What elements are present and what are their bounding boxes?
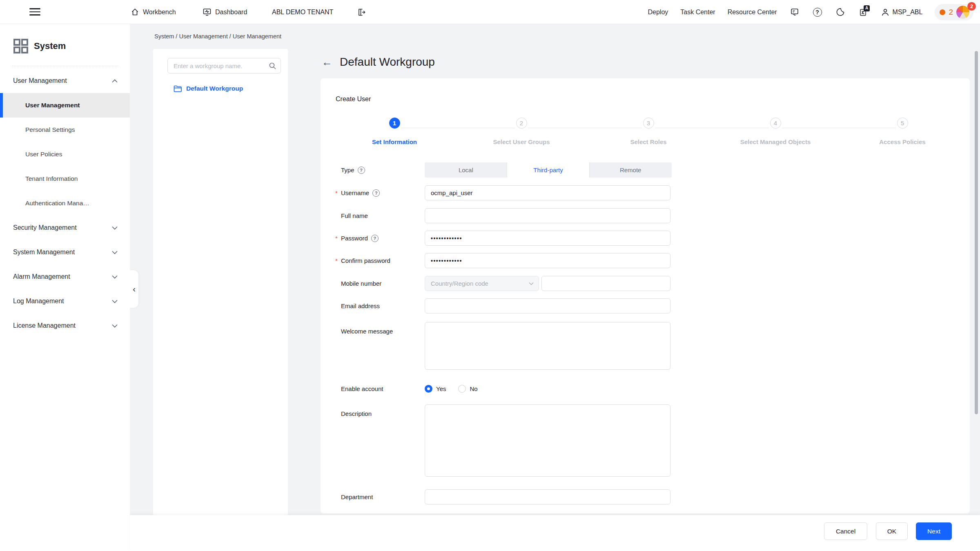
- workgroup-search-input[interactable]: [174, 62, 269, 69]
- step-5-access-policies[interactable]: 5 Access Policies: [853, 118, 951, 145]
- breadcrumb[interactable]: System / User Management / User Manageme…: [154, 33, 281, 40]
- step-number: 3: [643, 118, 654, 129]
- enable-no-label: No: [470, 385, 477, 392]
- nav-workbench[interactable]: Workbench: [131, 0, 176, 24]
- description-field[interactable]: [425, 404, 670, 477]
- translate-icon[interactable]: A: [858, 7, 869, 18]
- collapse-chevron-icon: ‹: [133, 284, 136, 294]
- step-number: 4: [770, 118, 781, 129]
- sidebar-collapse-handle[interactable]: ‹: [130, 270, 138, 308]
- enable-yes-label: Yes: [436, 385, 446, 392]
- alert-dot-icon: [940, 9, 945, 15]
- user-menu[interactable]: MSP_ABL: [881, 8, 923, 17]
- help-icon[interactable]: ?: [812, 7, 823, 18]
- radio-checked-icon: [425, 385, 432, 393]
- nav-dashboard[interactable]: Dashboard: [203, 0, 247, 24]
- required-asterisk: *: [335, 235, 338, 242]
- ok-button[interactable]: OK: [876, 522, 908, 540]
- tenant-label: ABL DEMO TENANT: [272, 9, 333, 16]
- confirm-password-field[interactable]: [425, 253, 670, 268]
- sidebar-group-label: System Management: [13, 249, 75, 256]
- sidebar-title: System: [34, 41, 66, 51]
- step-label: Set Information: [345, 138, 443, 145]
- username-label: Username: [341, 189, 369, 196]
- sidebar-group-system-management[interactable]: System Management: [0, 240, 130, 264]
- type-label-wrap: Type ?: [341, 162, 365, 178]
- welcome-message-field[interactable]: [425, 322, 670, 370]
- vertical-scrollbar[interactable]: [975, 51, 978, 414]
- step-number: 2: [516, 118, 527, 129]
- sidebar-item-authentication-management[interactable]: Authentication Mana…: [0, 191, 130, 216]
- nav-workbench-label: Workbench: [143, 9, 176, 16]
- enable-account-radio-group: Yes No: [425, 381, 478, 396]
- email-field[interactable]: [425, 298, 670, 313]
- mobile-number-field[interactable]: [541, 276, 670, 291]
- welcome-label: Welcome message: [341, 328, 393, 335]
- type-label: Type: [341, 167, 354, 173]
- sidebar-item-user-management[interactable]: User Management: [0, 93, 130, 118]
- dark-mode-moon-icon[interactable]: [835, 7, 846, 18]
- enable-no-option[interactable]: No: [458, 385, 477, 393]
- tenant-name[interactable]: ABL DEMO TENANT: [272, 0, 333, 24]
- sidebar-group-alarm-management[interactable]: Alarm Management: [0, 264, 130, 289]
- step-1-set-information[interactable]: 1 Set Information: [345, 118, 443, 145]
- sidebar-item-label: User Policies: [25, 151, 62, 158]
- dashboard-icon: [203, 8, 212, 16]
- workgroup-search: [167, 58, 281, 73]
- nav-resource-center[interactable]: Resource Center: [728, 9, 777, 16]
- country-code-select[interactable]: Country/Region code: [425, 276, 539, 291]
- sidebar-item-user-policies[interactable]: User Policies: [0, 142, 130, 167]
- mobile-label: Mobile number: [341, 280, 381, 287]
- step-4-select-managed-objects[interactable]: 4 Select Managed Objects: [726, 118, 824, 145]
- sidebar-item-personal-settings[interactable]: Personal Settings: [0, 118, 130, 142]
- next-button[interactable]: Next: [916, 522, 952, 540]
- back-arrow-icon[interactable]: ←: [322, 57, 332, 67]
- console-icon[interactable]: [789, 7, 800, 18]
- sidebar-group-license-management[interactable]: License Management: [0, 313, 130, 338]
- tenant-switch-icon[interactable]: [357, 0, 366, 24]
- enable-yes-option[interactable]: Yes: [425, 385, 446, 393]
- search-icon[interactable]: [269, 62, 276, 70]
- chevron-down-icon: [112, 251, 118, 254]
- type-option-remote[interactable]: Remote: [589, 162, 672, 178]
- translate-a-glyph: A: [864, 5, 869, 11]
- step-3-select-roles[interactable]: 3 Select Roles: [599, 118, 697, 145]
- username-help-icon[interactable]: ?: [372, 189, 380, 197]
- type-help-icon[interactable]: ?: [358, 167, 365, 174]
- notification-pill[interactable]: 2 2: [935, 4, 973, 20]
- username-field[interactable]: [425, 185, 670, 200]
- chevron-down-icon: [112, 275, 118, 279]
- sidebar-item-tenant-information[interactable]: Tenant Information: [0, 167, 130, 191]
- sidebar-group-user-management[interactable]: User Management: [0, 69, 130, 93]
- topbar: Workbench Dashboard ABL DEMO TENANT Depl…: [0, 0, 980, 24]
- step-2-select-user-groups[interactable]: 2 Select User Groups: [472, 118, 570, 145]
- type-option-local[interactable]: Local: [425, 162, 507, 178]
- nav-task-center[interactable]: Task Center: [680, 9, 715, 16]
- page-head: ← Default Workgroup: [322, 56, 435, 69]
- department-field[interactable]: [425, 489, 670, 504]
- user-name: MSP_ABL: [893, 9, 923, 16]
- nav-deploy[interactable]: Deploy: [648, 9, 668, 16]
- sidebar-group-security-management[interactable]: Security Management: [0, 216, 130, 240]
- menu-icon[interactable]: [29, 7, 40, 17]
- sidebar-item-label: Authentication Mana…: [25, 200, 89, 207]
- password-help-icon[interactable]: ?: [371, 235, 379, 242]
- help-glyph: ?: [813, 8, 822, 17]
- chevron-down-icon: [112, 324, 118, 328]
- required-asterisk: *: [335, 189, 338, 196]
- sidebar-group-log-management[interactable]: Log Management: [0, 289, 130, 313]
- workgroup-panel: Default Workgroup: [153, 49, 288, 515]
- step-number: 1: [389, 118, 400, 129]
- chevron-up-icon: [112, 79, 118, 83]
- alert-count: 2: [949, 8, 953, 17]
- workgroup-tree-item[interactable]: Default Workgroup: [174, 85, 243, 92]
- cancel-button[interactable]: Cancel: [824, 522, 867, 540]
- country-code-placeholder: Country/Region code: [431, 280, 488, 287]
- step-label: Select Managed Objects: [726, 138, 824, 145]
- full-name-field[interactable]: [425, 208, 670, 223]
- form-row-enable-account: Enable account Yes No: [321, 381, 958, 396]
- username-label-wrap: Username ?: [341, 185, 380, 200]
- type-option-third-party[interactable]: Third-party: [507, 162, 590, 178]
- chevron-down-icon: [112, 300, 118, 303]
- password-field[interactable]: [425, 231, 670, 246]
